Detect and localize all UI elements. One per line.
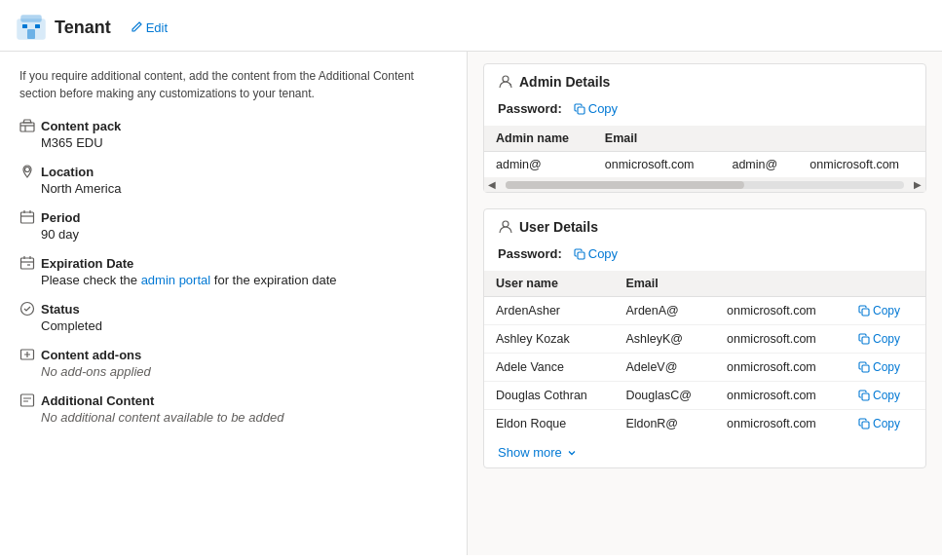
user-copy-button-4[interactable]: Copy [854, 416, 904, 431]
svg-rect-1 [21, 16, 41, 21]
content-addons-label: Content add-ons [19, 347, 447, 362]
user-email-domain-cell: onmicrosoft.com [715, 354, 843, 382]
table-row: admin@ onmicrosoft.com admin@ onmicrosof… [484, 152, 925, 178]
admin-col-email: Email [593, 126, 721, 152]
table-row: Douglas Cothran DouglasC@ onmicrosoft.co… [484, 382, 925, 410]
page-header: Tenant Edit [0, 0, 942, 52]
user-copy-cell[interactable]: Copy [843, 297, 925, 325]
user-details-title: User Details [519, 219, 598, 235]
svg-point-6 [25, 168, 30, 172]
admin-password-row: Password: Copy [484, 95, 925, 126]
user-copy-button-3[interactable]: Copy [854, 388, 904, 403]
svg-rect-5 [20, 123, 34, 131]
additional-content-value: No additional content available to be ad… [19, 410, 447, 425]
svg-rect-2 [27, 29, 35, 39]
svg-rect-18 [862, 365, 869, 372]
user-email-prefix-cell: AdeleV@ [614, 354, 715, 382]
admin-name-cell: admin@ [484, 152, 593, 178]
user-email-domain-cell: onmicrosoft.com [715, 297, 843, 325]
svg-rect-17 [862, 337, 869, 344]
admin-details-title: Admin Details [519, 74, 610, 90]
left-panel: If you require additional content, add t… [0, 52, 468, 555]
additional-icon [19, 392, 35, 408]
user-details-header: User Details [484, 209, 925, 241]
user-table: User name Email ArdenAsher ArdenA@ onmic… [484, 271, 925, 437]
additional-content-section: Additional Content No additional content… [19, 392, 447, 425]
user-copy-cell[interactable]: Copy [843, 382, 925, 410]
addons-icon [19, 347, 35, 362]
admin-icon [498, 74, 513, 90]
edit-button[interactable]: Edit [127, 19, 171, 37]
user-name-cell: Douglas Cothran [484, 382, 614, 410]
svg-rect-4 [35, 24, 40, 28]
content-pack-label: Content pack [19, 118, 447, 133]
chevron-down-icon [566, 447, 578, 459]
admin-portal-link[interactable]: admin portal [141, 273, 211, 287]
expiration-date-section: Expiration Date Please check the admin p… [19, 255, 447, 287]
expiration-date-value: Please check the admin portal for the ex… [19, 273, 447, 287]
scroll-track[interactable] [506, 181, 904, 189]
user-col-action [843, 271, 925, 297]
user-name-cell: ArdenAsher [484, 297, 614, 325]
period-section: Period 90 day [19, 209, 447, 242]
user-email-domain-cell: onmicrosoft.com [715, 410, 843, 438]
svg-rect-16 [862, 309, 869, 316]
show-more-button[interactable]: Show more [498, 445, 578, 460]
admin-col-name: Admin name [484, 126, 593, 152]
scroll-right-arrow[interactable]: ▶ [910, 179, 925, 190]
status-value: Completed [19, 318, 447, 333]
period-label: Period [19, 209, 447, 225]
user-copy-cell[interactable]: Copy [843, 325, 925, 354]
user-copy-button-0[interactable]: Copy [854, 303, 904, 318]
user-name-cell: Ashley Kozak [484, 325, 614, 354]
svg-rect-20 [862, 422, 869, 429]
date-icon [19, 255, 35, 271]
calendar-icon [19, 209, 35, 225]
admin-email-cell: onmicrosoft.com [593, 152, 721, 178]
user-password-row: Password: Copy [484, 241, 925, 271]
svg-rect-8 [21, 258, 34, 269]
status-label: Status [19, 301, 447, 317]
admin-details-card: Admin Details Password: Copy Admin name [483, 63, 926, 193]
user-details-icon [498, 219, 513, 235]
user-col-username: User name [484, 271, 614, 297]
svg-point-9 [21, 303, 34, 316]
user-email-prefix-cell: ArdenA@ [614, 297, 715, 325]
content-addons-section: Content add-ons No add-ons applied [19, 347, 447, 379]
user-email-domain-cell: onmicrosoft.com [715, 325, 843, 354]
scroll-left-arrow[interactable]: ◀ [484, 179, 500, 190]
user-copy-button-2[interactable]: Copy [854, 359, 904, 375]
svg-point-12 [503, 76, 509, 82]
admin-col-extra [798, 126, 925, 152]
svg-rect-19 [862, 393, 869, 400]
user-password-copy-button[interactable]: Copy [570, 244, 622, 263]
table-row: ArdenAsher ArdenA@ onmicrosoft.com Copy [484, 297, 925, 325]
admin-password-copy-button[interactable]: Copy [570, 99, 622, 118]
user-copy-cell[interactable]: Copy [843, 354, 925, 382]
svg-point-14 [503, 221, 509, 227]
admin-scroll-indicator[interactable]: ◀ ▶ [484, 177, 925, 192]
scroll-thumb [506, 181, 744, 189]
info-note: If you require additional content, add t… [19, 67, 447, 102]
user-password-label: Password: [498, 246, 562, 261]
table-row: Adele Vance AdeleV@ onmicrosoft.com Copy [484, 354, 925, 382]
status-icon [19, 301, 35, 317]
location-value: North America [19, 181, 447, 196]
content-pack-value: M365 EDU [19, 135, 447, 150]
show-more-row: Show more [484, 437, 925, 467]
user-email-prefix-cell: DouglasC@ [614, 382, 715, 410]
table-row: Ashley Kozak AshleyK@ onmicrosoft.com Co… [484, 325, 925, 354]
admin-table-container[interactable]: Admin name Email admin@ onmicrosoft.com … [484, 126, 925, 192]
tenant-icon [16, 12, 47, 43]
user-copy-button-1[interactable]: Copy [854, 331, 904, 347]
svg-rect-15 [578, 252, 584, 259]
table-row: Eldon Roque EldonR@ onmicrosoft.com Copy [484, 410, 925, 438]
additional-content-label: Additional Content [19, 392, 447, 408]
location-label: Location [19, 164, 447, 179]
content-pack-section: Content pack M365 EDU [19, 118, 447, 150]
user-email-domain-cell: onmicrosoft.com [715, 382, 843, 410]
package-icon [19, 118, 35, 133]
svg-rect-11 [21, 394, 34, 406]
user-col-email: Email [614, 271, 715, 297]
user-copy-cell[interactable]: Copy [843, 410, 925, 438]
